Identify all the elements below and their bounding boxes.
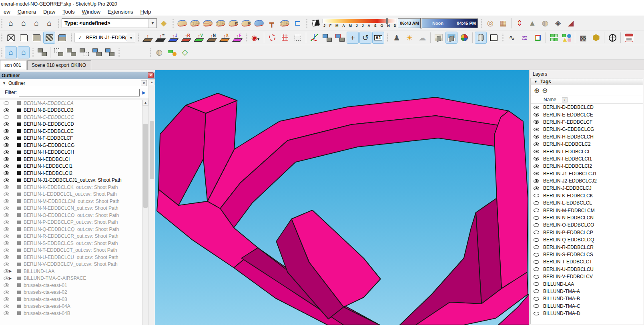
ground-plane-icon[interactable] [433,32,445,44]
visibility-eye-icon[interactable] [534,223,539,227]
outliner-item[interactable]: BERLIN-G-EDDBCLCG [0,142,142,149]
outliner-item[interactable]: BERLIN-P-EDDBCLCP_out.csv: Shoot Path [0,219,142,226]
terrain-ball-icon[interactable] [166,46,178,58]
visibility-eye-icon[interactable] [4,297,9,301]
channel-profile-icon[interactable]: ⊏ [291,17,303,29]
shapes-mix-icon[interactable] [561,32,573,44]
house-roof-icon[interactable]: ⌂ [43,17,55,29]
xray-style-icon[interactable] [43,32,55,44]
menu-item-help[interactable]: Help [136,8,154,15]
visibility-eye-icon[interactable] [4,283,9,287]
visibility-eye-icon[interactable] [4,179,9,182]
tag-row[interactable]: BERLIN-T-EDDBCLCT [531,258,643,265]
rgb-cube-icon[interactable] [532,32,544,44]
remove-tag-icon[interactable]: ⊖ [542,86,548,95]
tag-row[interactable]: BERLIN-V-EDDBCLCV [531,273,643,280]
visibility-eye-icon[interactable] [534,216,539,220]
tag-row[interactable]: BERLIN-E-EDDBCLCE [531,111,643,118]
shadow-person-icon[interactable]: ♟ [391,32,403,44]
outliner-item[interactable]: BERLIN-I-EDDBCLCI2 [0,170,142,177]
from-scratch-icon[interactable]: ▦ [497,17,509,29]
visibility-eye-icon[interactable] [4,213,9,217]
tag-row[interactable]: BERLIN-J2-EDDBCLCJ2 [531,177,643,185]
tag-row[interactable]: BERLIN-J1-EDDBCLCJ1 [531,170,643,177]
outliner-item[interactable]: BERLIN-B-EDDBCLCB [0,107,142,114]
visibility-eye-icon[interactable] [534,113,539,116]
menu-item-draw[interactable]: Draw [40,8,59,15]
visibility-eye-icon[interactable] [534,194,539,197]
visibility-eye-icon[interactable] [4,157,9,161]
visibility-eye-icon[interactable] [4,185,9,189]
move-to-layer-icon[interactable] [334,32,346,44]
outliner-item[interactable]: ▶BILLUND-TMA-C-AIRSPACE [0,275,142,282]
collapse-triangle-icon[interactable]: ▼ [534,80,538,84]
visibility-eye-icon[interactable] [4,241,9,245]
scrollbar-thumb[interactable] [143,124,148,208]
scroll-up-icon[interactable]: ▲ [149,79,155,85]
visibility-eye-icon[interactable] [534,150,539,153]
green-squares-icon[interactable] [548,32,560,44]
multi-arc-icon[interactable]: ≋ [519,32,531,44]
visibility-eye-icon[interactable] [534,201,539,205]
model-viewport[interactable] [155,70,529,325]
outliner-item[interactable]: BERLIN-S-EDDBCLCS_out.csv: Shoot Path [0,240,142,247]
outliner-item[interactable]: BERLIN-M-EDDBCLCM_out.csv: Shoot Path [0,198,142,205]
flatten-equal-icon[interactable]: ↑= [154,32,167,44]
guide-point-icon[interactable]: + [347,32,359,44]
outliner-item[interactable]: BERLIN-J1-EDDBCLCJ1_out.csv: Shoot Path [0,177,142,184]
visibility-eye-icon[interactable] [534,282,539,286]
model-canvas[interactable] [155,70,529,325]
chevron-down-icon[interactable]: ▼ [148,19,156,28]
outliner-item[interactable]: BERLIN-Q-EDDBCLCQ_out.csv: Shoot Path [0,226,142,233]
visibility-eye-icon[interactable] [534,157,539,160]
tag-row[interactable]: BERLIN-M-EDDBCLCM [531,207,643,214]
visibility-eye-icon[interactable] [4,255,9,259]
dashed-circle-icon[interactable] [266,32,278,44]
sun-color-cube-icon[interactable]: ☀ [403,32,415,44]
trim-icon[interactable] [91,46,103,58]
visibility-eye-icon[interactable] [534,106,539,109]
outliner-item[interactable]: BERLIN-T-EDDBCLCT_out.csv: Shoot Path [0,247,142,254]
outliner-item[interactable]: BERLIN-C-EDDBCLCC [0,114,142,121]
tag-row[interactable]: BERLIN-P-EDDBCLCP [531,229,643,236]
outliner-item[interactable]: BERLIN-I-EDDBCLCI1 [0,163,142,170]
visibility-eye-icon[interactable] [534,238,539,242]
paint-wheel-icon[interactable] [458,32,470,44]
ghost-cube-icon[interactable] [292,32,304,44]
visibility-eye-icon[interactable] [4,221,9,224]
tag-row[interactable]: BILLUND-LAA [531,280,643,287]
sky-plane-icon[interactable] [445,32,457,44]
menu-item-extensions[interactable]: Extensions [104,8,137,15]
shaded-style-icon[interactable] [30,32,42,44]
gem-icon[interactable]: ◇ [179,46,191,58]
hatch-grid-icon[interactable] [279,32,291,44]
flip-edge-icon[interactable]: ◢ [565,17,577,29]
layer-dropdown[interactable]: ✓ BERLIN-J1-EDDB( ▼ [74,33,135,42]
visibility-eye-icon[interactable] [4,193,9,196]
tag-row[interactable]: BILLUND-TMA-A [531,288,643,295]
visibility-eye-icon[interactable] [534,267,539,271]
layer-n-icon[interactable]: ↑N [206,32,218,44]
menu-item-camera[interactable]: Camera [14,8,40,15]
split-icon[interactable] [104,46,116,58]
outliner-item[interactable]: brussels-cta-east-04B [0,310,142,317]
visibility-eye-icon[interactable] [4,235,9,238]
add-detail-icon[interactable]: ◈ [552,17,564,29]
intersect-icon[interactable] [52,46,64,58]
outliner-item[interactable]: BERLIN-N-EDDBCLCN_out.csv: Shoot Path [0,205,142,212]
visibility-eye-icon[interactable] [534,128,539,131]
visibility-eye-icon[interactable] [4,108,9,112]
visibility-eye-icon[interactable] [4,249,9,252]
outliner-item[interactable]: brussels-cta-east-04A [0,303,142,310]
house-outline-icon[interactable]: ⌂ [30,17,42,29]
scene-tab[interactable]: Scene 018 export OKINO [27,60,91,70]
union-icon[interactable] [65,46,77,58]
tray-scrollbar[interactable]: ▲ [148,79,155,325]
cylinder-icon[interactable] [475,32,487,44]
bezier-curve-icon[interactable]: ∿ [506,32,518,44]
visibility-eye-icon[interactable] [534,260,539,264]
visibility-eye-icon[interactable] [4,305,9,308]
layer-x-icon[interactable]: ↑X [219,32,231,44]
collapse-triangle-icon[interactable]: ▼ [2,81,6,85]
split-surface-icon[interactable] [240,17,252,29]
